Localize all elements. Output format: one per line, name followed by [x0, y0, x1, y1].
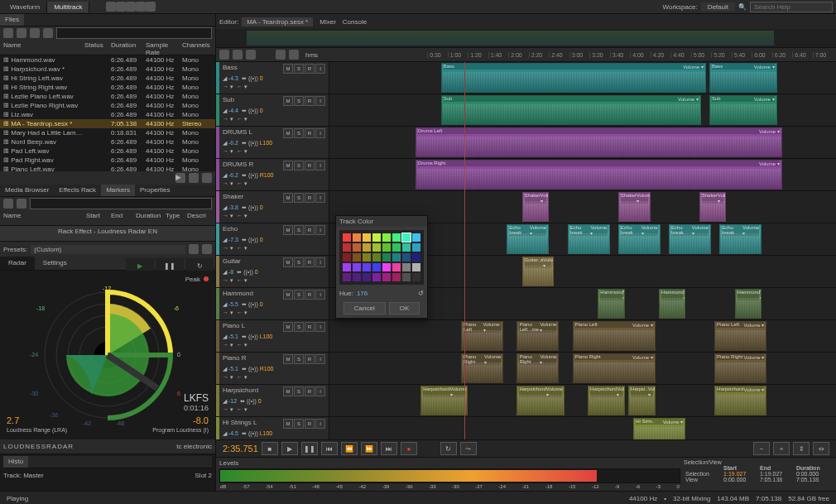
color-swatch[interactable] [372, 253, 381, 262]
file-row[interactable]: ⊞ Hi String Left.wav6:26.48944100 HzMono [0, 74, 215, 83]
col-name[interactable]: Name [3, 41, 84, 53]
audio-clip[interactable]: Piano LeftVolume ▾ [714, 321, 766, 351]
color-swatch[interactable] [343, 263, 351, 271]
track-lane[interactable]: Drums LeftVolume ▾ [329, 127, 836, 158]
color-swatch[interactable] [363, 273, 371, 281]
cancel-button[interactable]: Cancel [344, 302, 386, 314]
file-row[interactable]: ⊞ Liz.wav6:26.48944100 HzMono [0, 110, 215, 119]
audio-clip[interactable]: HarpsichordVolume ▾ [588, 386, 625, 415]
color-swatch[interactable] [372, 273, 381, 281]
mute-button[interactable]: M [283, 290, 293, 300]
gear-icon[interactable] [43, 28, 53, 38]
zoom-v-icon[interactable]: ⇕ [793, 442, 810, 455]
audio-clip[interactable]: SubVolume ▾ [441, 95, 701, 125]
tool-icon[interactable] [106, 2, 116, 12]
arm-button[interactable]: R [305, 354, 315, 364]
mute-button[interactable]: M [283, 64, 293, 74]
color-swatch[interactable] [392, 253, 401, 262]
solo-button[interactable]: S [294, 64, 304, 74]
end-button[interactable]: ⏭ [381, 442, 397, 455]
color-swatch[interactable] [382, 233, 391, 242]
markers-tab[interactable]: Markers [101, 185, 135, 196]
track-header[interactable]: Piano LMSRI ◢ -5.1⬌ ((•)) L100 → ▾← ▾ [219, 320, 329, 352]
audio-clip[interactable]: Harpsi..Volume ▾ [628, 386, 656, 415]
audio-clip[interactable]: HammondVolume ▾ [735, 289, 762, 319]
file-row[interactable]: ⊞ MA - Teardrop.sesx *7:05.13844100 HzSt… [0, 119, 215, 128]
mixer-tab[interactable]: Mixer [320, 18, 336, 26]
skip-button[interactable]: ⤳ [460, 442, 477, 455]
color-swatch[interactable] [353, 273, 361, 281]
input-button[interactable]: I [315, 419, 325, 429]
properties-tab[interactable]: Properties [135, 185, 175, 196]
color-swatch[interactable] [343, 233, 351, 242]
audio-clip[interactable]: BassVolume ▾ [709, 63, 777, 93]
audio-clip[interactable]: Drums LeftVolume ▾ [416, 127, 782, 157]
audio-clip[interactable]: Piano RightVolume ▾ [461, 353, 503, 383]
fx-icon[interactable] [219, 50, 229, 60]
color-swatch[interactable] [382, 273, 391, 281]
audio-clip[interactable]: Echo breakVolume ▾ [719, 224, 762, 254]
auto-icon[interactable] [202, 173, 212, 183]
tool-icon[interactable] [126, 2, 136, 12]
solo-button[interactable]: S [294, 96, 304, 106]
color-swatch[interactable] [363, 233, 371, 242]
audio-clip[interactable]: HarpsichordVolume ▾ [714, 386, 766, 415]
audio-clip[interactable]: ShakerVolume ▾ [618, 192, 651, 222]
color-swatch[interactable] [402, 253, 411, 262]
track-header[interactable]: Piano RMSRI ◢ -5.1⬌ ((•)) R100 → ▾← ▾ [219, 353, 329, 384]
file-list[interactable]: ⊞ Hammond.wav6:26.48944100 HzMono⊞ Harps… [0, 55, 215, 171]
color-swatch[interactable] [402, 263, 411, 271]
timeline-ruler[interactable]: 0:301:001:201:402:002:202:403:003:203:40… [427, 52, 833, 58]
waveform-tab[interactable]: Waveform [3, 2, 47, 12]
input-button[interactable]: I [315, 354, 325, 364]
tool-icon[interactable] [146, 2, 156, 12]
color-swatch[interactable] [363, 243, 371, 252]
audio-clip[interactable]: Piano RightVolume ▾ [573, 353, 656, 383]
arm-button[interactable]: R [305, 419, 315, 429]
input-button[interactable]: I [315, 322, 325, 332]
audio-clip[interactable]: ShakerVolume ▾ [522, 192, 550, 222]
arm-button[interactable]: R [305, 128, 315, 138]
input-button[interactable]: I [315, 128, 325, 138]
reset-icon[interactable]: ↺ [418, 290, 424, 297]
color-swatch[interactable] [392, 243, 401, 252]
color-swatch[interactable] [402, 273, 411, 281]
input-button[interactable]: I [315, 290, 325, 300]
audio-clip[interactable]: HarpsichordVolume ▾ [516, 386, 564, 415]
filter-input[interactable] [56, 27, 212, 39]
console-tab[interactable]: Console [343, 18, 367, 26]
audio-clip[interactable]: Piano Left ..meVolume ▾ [516, 321, 559, 351]
solo-button[interactable]: S [294, 128, 304, 138]
overview[interactable] [216, 29, 836, 48]
color-swatch[interactable] [412, 243, 420, 252]
color-swatch[interactable] [412, 233, 420, 242]
audio-clip[interactable]: Piano LeftVolume ▾ [573, 321, 656, 351]
pause-button[interactable]: ❚❚ [301, 442, 318, 455]
editor-filename[interactable]: MA - Teardrop.sesx * [242, 17, 313, 26]
audio-clip[interactable]: HarpsichordVolume ▾ [420, 386, 468, 415]
files-tab[interactable]: Files [0, 14, 24, 26]
workspace-value[interactable]: Default [701, 2, 735, 12]
audio-clip[interactable]: Echo breakVolume ▾ [669, 224, 711, 254]
tracks-area[interactable]: BassMSRI ◢ -4.3⬌ ((•)) 0 → ▾← ▾BassVolum… [216, 62, 836, 439]
mute-button[interactable]: M [283, 96, 293, 106]
col-channels[interactable]: Channels [182, 41, 212, 53]
media-browser-tab[interactable]: Media Browser [0, 185, 54, 196]
arm-button[interactable]: R [305, 193, 315, 203]
col-duration[interactable]: Duration [111, 41, 146, 53]
solo-button[interactable]: S [294, 257, 304, 267]
track-lane[interactable]: Piano LeftVolume ▾Piano Left ..meVolume … [329, 320, 836, 352]
color-swatch[interactable] [382, 243, 391, 252]
del-marker-icon[interactable] [17, 199, 26, 209]
color-swatch[interactable] [353, 263, 361, 271]
file-row[interactable]: ⊞ Lezlie Piano Left.wav6:26.48944100 HzM… [0, 92, 215, 101]
track-header[interactable]: BassMSRI ◢ -4.3⬌ ((•)) 0 → ▾← ▾ [219, 62, 329, 94]
audio-clip[interactable]: Hi Strin..Volume ▾ [633, 418, 685, 439]
arm-button[interactable]: R [305, 257, 315, 267]
track-lane[interactable]: HarpsichordVolume ▾HarpsichordVolume ▾Ha… [329, 385, 836, 416]
import-icon[interactable] [17, 28, 26, 38]
zoom-in-icon[interactable]: + [773, 442, 790, 455]
file-row[interactable]: ⊞ Pad Right.wav6:26.48944100 HzMono [0, 156, 215, 165]
audio-clip[interactable]: HammondVolume ▾ [598, 289, 625, 319]
track-lane[interactable]: BassVolume ▾BassVolume ▾ [329, 62, 836, 94]
